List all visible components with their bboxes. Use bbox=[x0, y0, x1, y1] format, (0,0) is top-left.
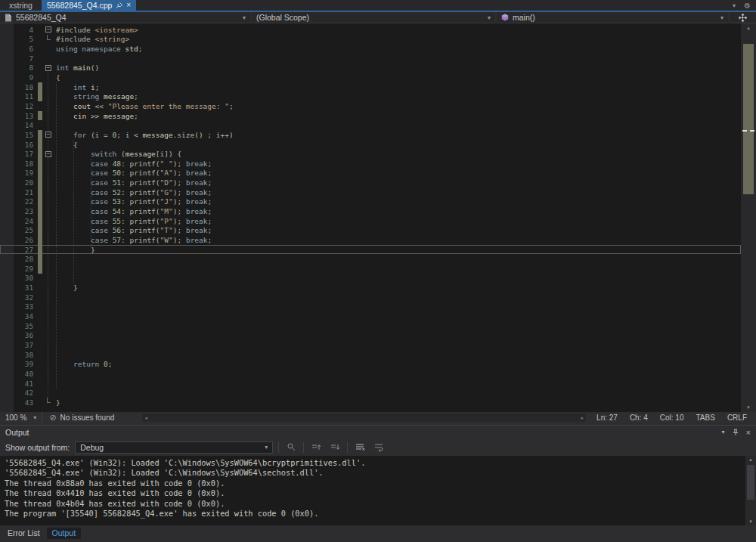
code-line[interactable]: 12cout << "Please enter the message: "; bbox=[0, 101, 741, 111]
clear-all-icon[interactable] bbox=[353, 441, 367, 454]
output-title-bar[interactable]: Output ▾ × bbox=[0, 426, 756, 438]
outlining-margin[interactable]: − bbox=[44, 130, 53, 140]
scroll-down-icon[interactable]: ▾ bbox=[745, 519, 756, 525]
close-icon[interactable]: × bbox=[126, 2, 131, 9]
line-number: 33 bbox=[14, 302, 33, 311]
scroll-up-icon[interactable]: ▴ bbox=[741, 25, 756, 31]
code-line[interactable]: 17−switch (message[i]) { bbox=[0, 149, 741, 159]
code-line[interactable]: 10int i; bbox=[0, 82, 741, 92]
code-line[interactable]: 33 bbox=[0, 302, 741, 312]
tab-error-list[interactable]: Error List bbox=[2, 528, 45, 539]
toolbar-separator bbox=[347, 442, 348, 453]
split-window-handle-icon[interactable] bbox=[730, 12, 756, 23]
code-line[interactable]: 37 bbox=[0, 340, 741, 350]
health-indicator[interactable]: ⊘ No issues found bbox=[42, 413, 142, 422]
code-line[interactable]: 31} bbox=[0, 283, 741, 293]
eol-indicator[interactable]: CRLF bbox=[721, 413, 753, 422]
code-line[interactable]: 4−#include <iostream> bbox=[0, 25, 741, 35]
code-line[interactable]: 15−for (i = 0; i < message.size() ; i++) bbox=[0, 130, 741, 140]
tab-list-chevron-icon[interactable]: ▾ bbox=[733, 2, 736, 9]
go-to-previous-message-icon[interactable] bbox=[309, 441, 323, 454]
outlining-margin[interactable]: − bbox=[44, 63, 53, 73]
window-position-chevron-icon[interactable]: ▾ bbox=[722, 429, 725, 435]
scrollbar-thumb[interactable] bbox=[747, 465, 754, 500]
line-number: 26 bbox=[14, 236, 33, 244]
project-dropdown[interactable]: 55682845_Q4 ▾ bbox=[0, 12, 250, 23]
pin-icon[interactable] bbox=[116, 2, 122, 9]
output-vertical-scrollbar[interactable]: ▴ ▾ bbox=[745, 456, 756, 525]
code-line[interactable]: 20case 51: printf("D"); break; bbox=[0, 178, 741, 187]
code-line[interactable]: 8−int main() bbox=[0, 63, 741, 73]
code-line[interactable]: 41 bbox=[0, 379, 741, 389]
code-line[interactable]: 32 bbox=[0, 293, 741, 302]
line-indicator[interactable]: Ln: 27 bbox=[590, 413, 624, 422]
tab-xstring[interactable]: xstring bbox=[0, 0, 42, 11]
collapse-box-icon[interactable]: − bbox=[45, 65, 51, 71]
scroll-left-icon[interactable]: ◂ bbox=[144, 415, 147, 421]
code-line[interactable]: 35 bbox=[0, 321, 741, 331]
code-text: case 53: printf("J"); break; bbox=[53, 197, 212, 206]
scope-dropdown[interactable]: (Global Scope) ▾ bbox=[252, 12, 495, 23]
tab-55682845-q4-cpp[interactable]: 55682845_Q4.cpp × bbox=[42, 0, 136, 11]
close-icon[interactable]: × bbox=[746, 428, 751, 437]
column-indicator[interactable]: Col: 10 bbox=[654, 413, 690, 422]
code-line[interactable]: 28 bbox=[0, 254, 741, 264]
code-line[interactable]: 19case 50: printf("A"); break; bbox=[0, 169, 741, 178]
code-line[interactable]: 11string message; bbox=[0, 91, 741, 101]
code-line[interactable]: 30 bbox=[0, 274, 741, 283]
find-message-in-code-icon[interactable] bbox=[284, 441, 298, 454]
outlining-margin[interactable]: − bbox=[44, 149, 53, 159]
editor-horizontal-scrollbar[interactable]: ◂ ▸ bbox=[142, 413, 586, 422]
code-line[interactable]: 27} bbox=[0, 245, 741, 255]
code-text: int main() bbox=[53, 63, 99, 72]
code-line[interactable]: 39return 0; bbox=[0, 359, 741, 369]
method-icon bbox=[501, 14, 509, 21]
code-line[interactable]: 6using namespace std; bbox=[0, 44, 741, 54]
code-line[interactable]: 34 bbox=[0, 311, 741, 321]
visual-studio-window: xstring 55682845_Q4.cpp × ▾ ⚙ 55682845_Q… bbox=[0, 0, 756, 542]
code-line[interactable]: 43} bbox=[0, 398, 741, 407]
auto-hide-pin-icon[interactable] bbox=[733, 429, 739, 436]
gear-icon[interactable]: ⚙ bbox=[744, 2, 751, 10]
code-line[interactable]: 5#include <string> bbox=[0, 35, 741, 45]
code-line[interactable]: 42 bbox=[0, 388, 741, 398]
scroll-down-icon[interactable]: ▾ bbox=[741, 404, 756, 410]
tabs-indicator[interactable]: TABS bbox=[689, 413, 720, 422]
output-console[interactable]: '55682845_Q4.exe' (Win32): Loaded 'C:\Wi… bbox=[0, 456, 745, 525]
outlining-margin[interactable]: − bbox=[44, 25, 53, 35]
go-to-next-message-icon[interactable] bbox=[328, 441, 342, 454]
code-editor[interactable]: 4−#include <iostream>5#include <string>6… bbox=[0, 23, 756, 412]
code-line[interactable]: 13cin >> message; bbox=[0, 111, 741, 121]
member-dropdown[interactable]: main() ▾ bbox=[497, 12, 728, 23]
scrollbar-thumb[interactable] bbox=[743, 44, 754, 194]
scroll-right-icon[interactable]: ▸ bbox=[581, 415, 584, 421]
zoom-dropdown[interactable]: 100 % ▾ bbox=[0, 412, 42, 423]
line-number: 42 bbox=[14, 389, 33, 397]
outlining-margin bbox=[44, 369, 53, 379]
code-line[interactable]: 25case 56: printf("T"); break; bbox=[0, 225, 741, 235]
code-line[interactable]: 26case 57: printf("W"); break; bbox=[0, 235, 741, 245]
output-source-dropdown[interactable]: Debug ▾ bbox=[75, 441, 273, 454]
character-indicator[interactable]: Ch: 4 bbox=[624, 413, 654, 422]
code-line[interactable]: 24case 55: printf("P"); break; bbox=[0, 216, 741, 226]
code-line[interactable]: 29 bbox=[0, 264, 741, 274]
scroll-up-icon[interactable]: ▴ bbox=[745, 457, 756, 463]
collapse-box-icon[interactable]: − bbox=[45, 132, 51, 138]
toggle-word-wrap-icon[interactable] bbox=[372, 441, 386, 454]
code-line[interactable]: 16{ bbox=[0, 140, 741, 150]
code-line[interactable]: 36 bbox=[0, 331, 741, 341]
code-line[interactable]: 14 bbox=[0, 120, 741, 130]
code-line[interactable]: 40 bbox=[0, 369, 741, 379]
code-line[interactable]: 38 bbox=[0, 350, 741, 360]
code-line[interactable]: 7 bbox=[0, 54, 741, 63]
collapse-box-icon[interactable]: − bbox=[45, 151, 51, 157]
change-tracking-bar bbox=[38, 359, 42, 369]
code-line[interactable]: 18case 48: printf(" "); break; bbox=[0, 159, 741, 169]
code-line[interactable]: 23case 54: printf("M"); break; bbox=[0, 206, 741, 216]
editor-vertical-scrollbar[interactable]: ▴ ▾ bbox=[741, 23, 756, 412]
tab-output[interactable]: Output bbox=[47, 528, 82, 539]
code-line[interactable]: 22case 53: printf("J"); break; bbox=[0, 197, 741, 207]
code-line[interactable]: 21case 52: printf("G"); break; bbox=[0, 187, 741, 197]
code-line[interactable]: 9{ bbox=[0, 73, 741, 82]
collapse-box-icon[interactable]: − bbox=[45, 26, 51, 33]
